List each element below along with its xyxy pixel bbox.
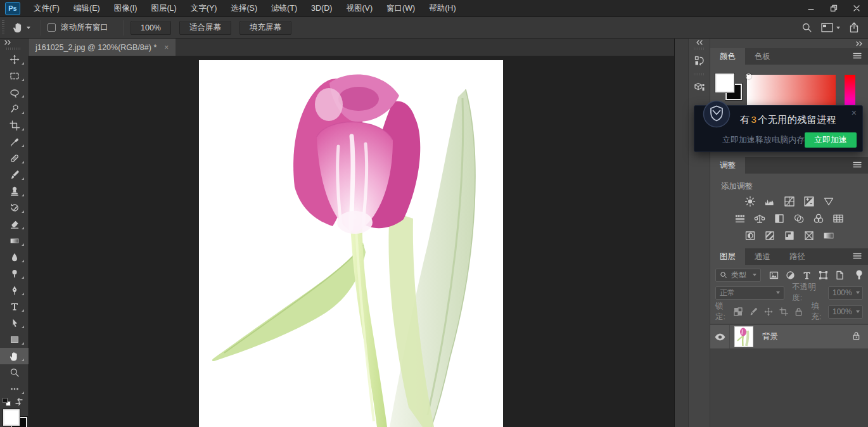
popup-close-icon[interactable]: × xyxy=(852,108,857,118)
curves-button[interactable] xyxy=(782,195,796,208)
channel-mixer-button[interactable] xyxy=(812,212,826,225)
tool-crop[interactable] xyxy=(0,117,29,134)
boost-now-button[interactable]: 立即加速 xyxy=(805,132,857,148)
tool-eraser[interactable] xyxy=(0,216,29,233)
minimize-button[interactable] xyxy=(800,0,822,17)
current-tool-preset[interactable] xyxy=(8,22,34,34)
gradient-map-button[interactable] xyxy=(822,229,836,242)
lock-position-icon[interactable] xyxy=(764,307,773,316)
collapse-dock-button[interactable] xyxy=(689,39,710,46)
tool-brush[interactable] xyxy=(0,167,29,183)
tool-quick-selection[interactable] xyxy=(0,101,29,117)
tab-channels[interactable]: 通道 xyxy=(745,248,780,265)
tool-gradient[interactable] xyxy=(0,233,29,249)
menu-edit[interactable]: 编辑(E) xyxy=(67,0,107,17)
tool-move[interactable] xyxy=(0,51,29,68)
selective-color-button[interactable] xyxy=(802,229,816,242)
tool-zoom[interactable] xyxy=(0,364,29,381)
swap-colors-icon[interactable] xyxy=(14,397,24,407)
zoom-100-button[interactable]: 100% xyxy=(131,21,171,35)
exposure-button[interactable] xyxy=(802,195,816,208)
lock-artboard-icon[interactable] xyxy=(779,307,788,316)
color-lookup-button[interactable] xyxy=(831,212,845,225)
tool-rectangular-marquee[interactable] xyxy=(0,68,29,84)
tool-path-selection[interactable] xyxy=(0,315,29,331)
tool-more[interactable] xyxy=(0,381,29,397)
workspace-switcher[interactable] xyxy=(821,23,840,32)
tool-history-brush[interactable] xyxy=(0,200,29,216)
history-panel-button[interactable] xyxy=(689,51,710,70)
fit-screen-button[interactable]: 适合屏幕 xyxy=(179,21,231,35)
color-swatch-pair[interactable] xyxy=(715,73,744,103)
panel-menu-button[interactable] xyxy=(853,52,868,61)
filter-pixel-layer-icon[interactable] xyxy=(769,271,779,280)
toolbar-expand[interactable] xyxy=(0,39,28,46)
close-button[interactable] xyxy=(845,0,868,17)
black-white-button[interactable] xyxy=(772,212,786,225)
foreground-color-swatch[interactable] xyxy=(715,73,734,92)
tool-hand[interactable] xyxy=(0,348,29,364)
lock-pixels-icon[interactable] xyxy=(749,307,758,316)
opacity-dropdown[interactable]: 100% xyxy=(828,286,863,300)
levels-button[interactable] xyxy=(763,195,777,208)
filter-pin-icon[interactable] xyxy=(855,270,863,280)
tool-pen[interactable] xyxy=(0,282,29,298)
brightness-contrast-button[interactable] xyxy=(743,195,757,208)
blend-mode-dropdown[interactable]: 正常 xyxy=(715,286,784,300)
tab-swatches[interactable]: 色板 xyxy=(745,48,780,65)
dock-edge[interactable] xyxy=(674,39,688,427)
tab-color[interactable]: 颜色 xyxy=(710,48,745,65)
filter-shape-layer-icon[interactable] xyxy=(819,271,828,280)
tool-clone-stamp[interactable] xyxy=(0,183,29,200)
share-icon[interactable] xyxy=(849,22,859,33)
lock-all-icon[interactable] xyxy=(795,307,803,316)
fill-screen-button[interactable]: 填充屏幕 xyxy=(239,21,291,35)
layer-row-background[interactable]: 背景 xyxy=(710,325,868,348)
menu-help[interactable]: 帮助(H) xyxy=(422,0,463,17)
tool-eyedropper[interactable] xyxy=(0,134,29,150)
tab-paths[interactable]: 路径 xyxy=(780,248,815,265)
fill-dropdown[interactable]: 100% xyxy=(828,305,863,319)
menu-filter[interactable]: 滤镜(T) xyxy=(264,0,304,17)
pasteboard[interactable] xyxy=(29,56,674,427)
menu-select[interactable]: 选择(S) xyxy=(224,0,264,17)
panel-menu-button[interactable] xyxy=(853,161,868,170)
menu-layer[interactable]: 图层(L) xyxy=(144,0,183,17)
foreground-color-swatch[interactable] xyxy=(3,409,20,426)
posterize-button[interactable] xyxy=(763,229,777,242)
tool-spot-healing-brush[interactable] xyxy=(0,150,29,167)
invert-button[interactable] xyxy=(743,229,757,242)
menu-window[interactable]: 窗口(W) xyxy=(380,0,422,17)
tool-type[interactable] xyxy=(0,298,29,315)
filter-type-layer-icon[interactable] xyxy=(802,271,812,280)
layer-visibility-toggle[interactable] xyxy=(710,325,730,348)
lock-transparent-icon[interactable] xyxy=(734,307,743,316)
menu-file[interactable]: 文件(F) xyxy=(27,0,67,17)
threshold-button[interactable] xyxy=(782,229,796,242)
search-icon[interactable] xyxy=(801,22,812,33)
photo-filter-button[interactable] xyxy=(792,212,806,225)
vibrance-button[interactable] xyxy=(822,195,836,208)
canvas-image[interactable] xyxy=(199,60,503,427)
layer-filter-dropdown[interactable]: 类型 xyxy=(715,269,761,282)
color-marker[interactable] xyxy=(746,73,751,79)
menu-image[interactable]: 图像(I) xyxy=(107,0,144,17)
default-colors-button[interactable] xyxy=(3,398,11,407)
filter-smart-object-icon[interactable] xyxy=(835,271,845,280)
3d-panel-button[interactable] xyxy=(689,78,710,97)
tab-adjustments[interactable]: 调整 xyxy=(710,157,745,174)
tool-rectangle[interactable] xyxy=(0,331,29,348)
layer-thumbnail[interactable] xyxy=(734,326,753,347)
menu-type[interactable]: 文字(Y) xyxy=(184,0,224,17)
panel-menu-button[interactable] xyxy=(853,252,868,261)
color-balance-button[interactable] xyxy=(753,212,767,225)
menu-view[interactable]: 视图(V) xyxy=(339,0,380,17)
tool-blur[interactable] xyxy=(0,249,29,265)
restore-button[interactable] xyxy=(822,0,845,17)
tab-close-icon[interactable]: × xyxy=(164,43,169,52)
hue-saturation-button[interactable] xyxy=(733,212,747,225)
scroll-all-windows-checkbox[interactable] xyxy=(48,23,56,32)
tool-dodge[interactable] xyxy=(0,265,29,282)
filter-adjustment-layer-icon[interactable] xyxy=(786,271,795,280)
tab-layers[interactable]: 图层 xyxy=(710,248,745,265)
